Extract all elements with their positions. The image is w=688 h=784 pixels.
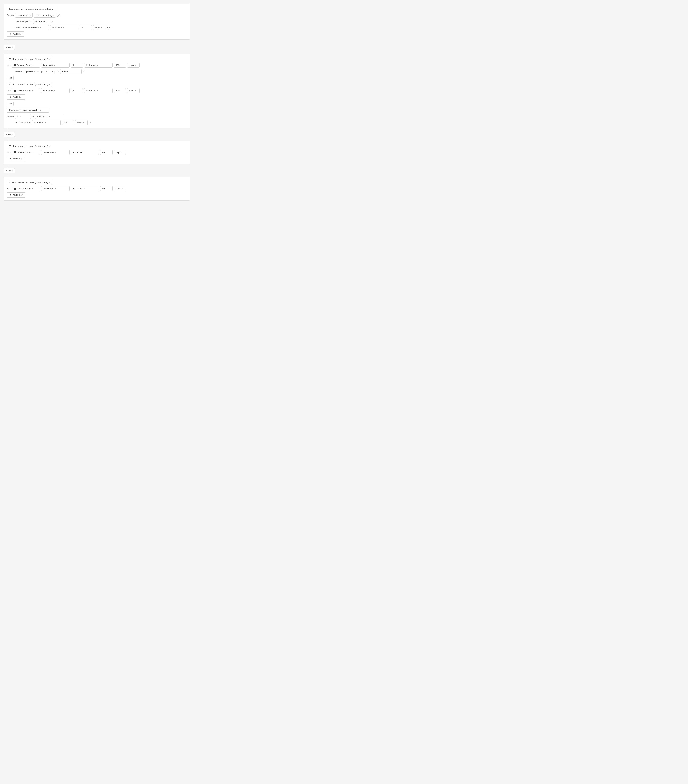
or-badge-2: OR [7,102,14,106]
block4-time-unit-dropdown[interactable]: days ▾ [114,186,126,191]
block3-time-value-input[interactable] [100,150,113,155]
block4-add-filter-btn[interactable]: ▼ Add Filter [7,193,25,198]
dropdown-arrow-b3d: ▾ [84,152,84,153]
and-unit-dropdown-1[interactable]: days ▾ [93,25,105,30]
block3-operator-dropdown[interactable]: zero times ▾ [41,150,70,155]
dropdown-arrow-6: ▾ [63,26,64,29]
filter-icon-s2: ▼ [9,96,12,99]
section1-condition-dropdown[interactable]: What someone has done (or not done) ▾ [7,57,52,61]
because-row-1: Because person subscribed ▾ × [15,19,187,24]
section2-time-op-dropdown[interactable]: in the last ▾ [84,88,113,93]
dropdown-arrow-7: ▾ [101,26,102,29]
block3-condition-label: What someone has done (or not done) [8,145,48,147]
block3-event-label: Opened Email [17,151,31,154]
block4-condition-dropdown[interactable]: What someone has done (or not done) ▾ [7,180,52,185]
section1-time-unit-dropdown[interactable]: days ▾ [127,63,140,68]
and-btn-2[interactable]: + AND [3,132,15,137]
person-channel-dropdown-1[interactable]: email marketing ▾ [34,13,56,18]
section2-event-label: Clicked Email [17,89,31,92]
person-channel-value-1: email marketing [36,14,52,16]
and-row-1: And subscribed date ▾ is at least ▾ days… [15,25,187,30]
and-field-value-1: subscribed date [23,26,39,29]
block3-main-row: What someone has done (or not done) ▾ [7,144,187,148]
block3-condition-dropdown[interactable]: What someone has done (or not done) ▾ [7,144,52,148]
section1-event-dropdown[interactable]: Opened Email ▾ [12,63,40,68]
block4-add-filter-label: Add Filter [13,194,23,196]
block4-time-value-input[interactable] [100,186,113,191]
because-value-dropdown-1[interactable]: subscribed ▾ [33,19,50,24]
section3-was-added-close-btn[interactable]: × [89,121,92,125]
and-btn-label-1: + AND [6,46,13,49]
section1-where-value-input[interactable] [60,69,82,74]
section2-event-dropdown[interactable]: Clicked Email ▾ [12,88,40,93]
section1-time-value-input[interactable] [114,63,126,68]
section1-operator-label: is at least [43,64,53,67]
block3-add-filter-btn[interactable]: ▼ Add Filter [7,156,25,161]
block4-event-icon [14,188,16,190]
section3-was-added-op-dropdown[interactable]: in the last ▾ [32,120,61,125]
filter-icon-b3: ▼ [9,157,12,160]
and-btn-1[interactable]: + AND [3,45,15,50]
because-value-1: subscribed [35,20,46,23]
block4-time-op-dropdown[interactable]: in the last ▾ [71,186,99,191]
section2-has-row: Has Clicked Email ▾ is at least ▾ in the… [7,88,187,93]
section3-was-added-value-input[interactable] [62,120,74,125]
dropdown-arrow-s3c: ▾ [49,115,50,117]
filter-builder: If someone can or cannot receive marketi… [3,3,190,201]
block3-operator-label: zero times [43,151,54,154]
or-separator-1: OR [7,75,187,81]
add-filter-btn-1[interactable]: ▼ Add filter [7,31,24,36]
and-close-btn-1[interactable]: × [112,26,115,30]
and-operator-dropdown-1[interactable]: is at least ▾ [50,25,79,30]
section1-where-field-dropdown[interactable]: Apple Privacy Open ▾ [23,69,51,74]
section2-operator-dropdown[interactable]: is at least ▾ [41,88,70,93]
dropdown-arrow-b4e: ▾ [122,188,123,189]
block3-event-dropdown[interactable]: Opened Email ▾ [12,150,40,155]
dropdown-arrow-s3d: ▾ [45,122,46,124]
and-field-dropdown-1[interactable]: subscribed date ▾ [21,25,49,30]
info-icon-1[interactable]: i [57,14,60,17]
section2-condition-label: What someone has done (or not done) [8,83,48,86]
section2-time-value-input[interactable] [114,88,126,93]
section1-has-label: Has [7,64,11,67]
block3-time-op-dropdown[interactable]: in the last ▾ [71,150,99,155]
block4-operator-dropdown[interactable]: zero times ▾ [41,186,70,191]
dropdown-arrow-s2c: ▾ [54,90,55,92]
and-unit-value-1: days [95,26,100,29]
section1-value-input[interactable] [71,63,83,68]
section1-operator-dropdown[interactable]: is at least ▾ [41,63,70,68]
section3-list-value-label: Newsletter [37,115,48,118]
and-btn-3[interactable]: + AND [3,168,15,173]
main-condition-row-1: If someone can or cannot receive marketi… [7,7,187,12]
section3-list-dropdown[interactable]: Newsletter ▾ [35,114,63,119]
and-label-1: And [15,26,20,29]
connector-line-2 [8,51,8,53]
section3-was-added-unit-dropdown[interactable]: days ▾ [75,120,87,125]
section1-where-field-label: Apple Privacy Open [25,70,45,73]
section1-where-close-btn[interactable]: × [82,70,86,73]
block3-add-filter-label: Add Filter [13,157,23,160]
section2-condition-dropdown[interactable]: What someone has done (or not done) ▾ [7,82,52,87]
main-condition-dropdown-1[interactable]: If someone can or cannot receive marketi… [7,7,58,12]
block4-main-row: What someone has done (or not done) ▾ [7,180,187,185]
section1-time-op-dropdown[interactable]: in the last ▾ [84,63,113,68]
dropdown-arrow-b3e: ▾ [122,152,123,153]
section2-add-filter-btn[interactable]: ▼ Add Filter [7,94,25,100]
because-close-btn-1[interactable]: × [51,20,54,23]
dropdown-arrow-b3: ▾ [49,145,50,147]
block3-time-unit-dropdown[interactable]: days ▾ [114,150,126,155]
section3-condition-dropdown[interactable]: If someone is in or not in a list ▾ [7,108,49,113]
section3-person-op-dropdown[interactable]: is ▾ [15,114,31,119]
block4-event-dropdown[interactable]: Clicked Email ▾ [12,186,40,191]
dropdown-arrow-s1b: ▾ [33,64,34,66]
section2-time-unit-dropdown[interactable]: days ▾ [127,88,140,93]
and-value-input-1[interactable] [79,25,92,30]
block4-operator-label: zero times [43,187,54,190]
section1-time-op-label: in the last [86,64,96,67]
block3-event-icon [14,152,16,153]
add-filter-row-1: ▼ Add filter [7,31,187,36]
person-condition-dropdown-1[interactable]: can receive ▾ [15,13,33,18]
condition-block-1: If someone can or cannot receive marketi… [3,3,190,40]
dropdown-arrow-s1: ▾ [49,58,50,60]
section2-value-input[interactable] [71,88,83,93]
